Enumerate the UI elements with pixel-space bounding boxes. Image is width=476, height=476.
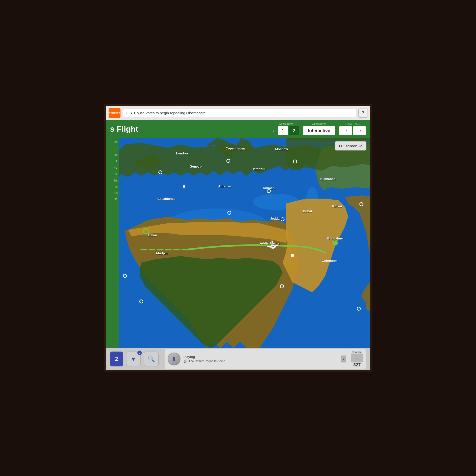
news-ticker-input[interactable]: [123, 109, 356, 117]
left-sidebar: 00 H oh ft ° C mi 9m mi :53 :32: [106, 138, 119, 348]
search-icon: 🔍: [148, 356, 155, 362]
sidebar-item-1: 00: [108, 140, 118, 145]
volume-icon: 🔊: [183, 359, 188, 363]
sidebar-item-2: H: [108, 147, 118, 151]
map-area: London Copenhagen Moscow Geneva• Istanbu…: [119, 138, 370, 348]
number-button[interactable]: 2: [110, 352, 123, 366]
camera-arrow-button-2[interactable]: →: [353, 126, 366, 135]
sidebar-item-8: mi: [108, 185, 118, 189]
ch-label: ch: [273, 129, 276, 132]
sidebar-item-9: :53: [108, 191, 118, 196]
svg-point-16: [281, 218, 284, 221]
search-button[interactable]: 🔍: [144, 352, 159, 366]
header-bar: s Flight Airshow ch 1 2 Airshow Interact…: [106, 120, 370, 138]
channel-buttons: ch 1 2: [273, 126, 299, 135]
player-section: ⏸ Playing 🔊 The Comin' Round Is Going...…: [165, 349, 366, 369]
svg-point-11: [293, 160, 297, 163]
heart-badge: 0: [137, 351, 142, 355]
svg-point-22: [280, 285, 283, 288]
cameras-section: Cameras → →: [339, 122, 366, 135]
help-button[interactable]: ?: [358, 109, 367, 118]
svg-point-20: [123, 274, 126, 277]
pause-icon: ⏸: [171, 356, 177, 362]
airshow-label-1: Airshow: [279, 122, 293, 125]
svg-point-12: [183, 185, 185, 188]
airshow-section-2: Airshow Interactive: [303, 122, 335, 135]
sidebar-item-5: ° C: [108, 166, 118, 170]
svg-point-23: [357, 307, 360, 310]
fullscreen-icon: ⤢: [359, 144, 362, 148]
map-svg: [119, 138, 370, 348]
interactive-button[interactable]: Interactive: [303, 126, 335, 135]
cameras-label: Cameras: [345, 122, 360, 125]
play-pause-button[interactable]: ⏸: [168, 353, 180, 365]
camera-arrow-button-1[interactable]: →: [339, 126, 352, 135]
bottom-bar: 2 0 ♥ 🔍 ⏸ Playing 🔊 The Comin' Round Is …: [106, 348, 370, 370]
sidebar-item-4: ft: [108, 159, 118, 164]
reuters-logo: REUTERS: [109, 108, 120, 118]
sidebar-item-6: mi: [108, 172, 118, 177]
song-title: The Comin' Round Is Going...: [189, 359, 228, 363]
svg-point-21: [140, 300, 143, 303]
news-bar: REUTERS ?: [106, 106, 370, 120]
arrow-right-icon-2: →: [357, 127, 362, 134]
fullscreen-label: Fullscreen: [339, 144, 357, 148]
expand-button[interactable]: ▲: [341, 356, 346, 362]
flight-title: s Flight: [110, 124, 269, 134]
sidebar-item-3: oh: [108, 153, 118, 157]
svg-point-15: [228, 211, 231, 214]
svg-point-9: [159, 171, 162, 174]
arrow-right-icon: →: [343, 127, 348, 134]
svg-point-14: [144, 229, 149, 234]
sidebar-item-7: 9m: [108, 178, 118, 183]
reuters-label: REUTERS: [109, 112, 120, 114]
svg-point-13: [267, 189, 270, 193]
channel-1-button[interactable]: 1: [278, 126, 288, 135]
player-info: Playing 🔊 The Comin' Round Is Going...: [183, 355, 338, 363]
channel-number: 327: [353, 362, 361, 368]
sidebar-item-10: :32: [108, 197, 118, 202]
svg-point-10: [227, 159, 230, 162]
main-content: 00 H oh ft ° C mi 9m mi :53 :32: [106, 138, 370, 348]
svg-point-19: [291, 254, 294, 257]
fullscreen-button[interactable]: Fullscreen ⤢: [335, 141, 366, 150]
screen-frame: REUTERS ? s Flight Airshow ch 1 2 Airsho…: [104, 104, 372, 372]
heart-icon: ♥: [132, 356, 135, 362]
grid-icon: ⊞: [356, 356, 358, 360]
channel-2-button[interactable]: 2: [289, 126, 299, 135]
heart-button[interactable]: 0 ♥: [126, 352, 141, 366]
playing-label: Playing: [183, 355, 338, 359]
channel-grid-button[interactable]: ⊞: [351, 354, 363, 362]
airshow-label-2: Airshow: [312, 122, 326, 125]
svg-point-17: [360, 203, 363, 206]
playing-sub: 🔊 The Comin' Round Is Going...: [183, 359, 338, 363]
channel-display: Channel ⊞ 327: [351, 351, 363, 368]
channel-label: Channel: [352, 351, 362, 354]
svg-point-18: [332, 240, 338, 245]
airshow-section-1: Airshow ch 1 2: [273, 122, 299, 135]
